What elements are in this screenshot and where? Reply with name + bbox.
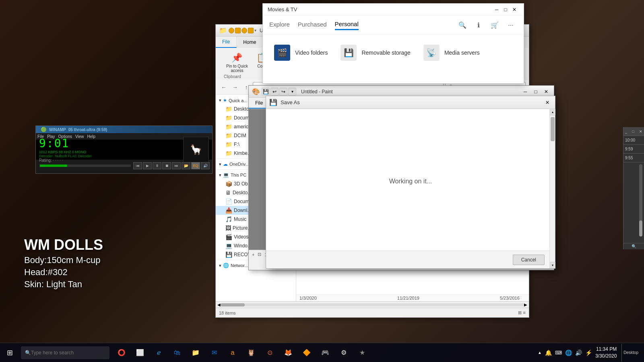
- onedrive-icon: ☁: [223, 161, 228, 167]
- taskbar-extra2-icon[interactable]: ★: [353, 344, 371, 362]
- view-toggle: ⊞ ≡: [518, 310, 526, 315]
- folder-icon: 📄: [225, 198, 232, 205]
- taskbar-volume-icon[interactable]: 🔊: [575, 350, 582, 356]
- movies-tv-window: Movies & TV ─ □ ✕ Explore Purchased Pers…: [262, 3, 524, 84]
- paint-save-quick[interactable]: 💾: [262, 88, 270, 96]
- quick-access-star-icon: ★: [223, 98, 227, 103]
- movies-maximize[interactable]: □: [501, 5, 510, 14]
- taskbar-mail-icon[interactable]: ✉: [205, 344, 223, 362]
- winamp-window: 🟢 WINAMP 05 throat-ultra (9:59) File Pla…: [35, 125, 213, 174]
- cancel-button[interactable]: Cancel: [513, 255, 545, 265]
- taskbar-store-icon[interactable]: 🛍: [168, 344, 186, 362]
- movies-tab-explore[interactable]: Explore: [269, 21, 290, 29]
- taskbar-network-icon[interactable]: 🌐: [565, 350, 572, 356]
- taskbar-extra-icon[interactable]: ⚙: [335, 344, 353, 362]
- list-view-button[interactable]: ≡: [523, 310, 526, 315]
- taskbar-vlc-icon[interactable]: 🔶: [298, 344, 316, 362]
- scroll-right-button[interactable]: ▶: [524, 302, 527, 307]
- ribbon-tab-home[interactable]: Home: [237, 37, 263, 48]
- taskbar-origin-icon[interactable]: ⊙: [261, 344, 279, 362]
- movies-nav: Explore Purchased Personal 🔍 ℹ 🛒 ···: [263, 16, 524, 35]
- taskbar-chevron-icon[interactable]: ▲: [538, 350, 542, 355]
- taskbar-taskview-icon[interactable]: ⬜: [131, 344, 149, 362]
- winamp-btn-eq[interactable]: EQ: [191, 162, 200, 169]
- scrollbar-thumb[interactable]: [551, 117, 555, 141]
- folder-icon: 📁: [225, 150, 232, 156]
- paint-close[interactable]: ✕: [542, 87, 551, 96]
- paint-redo-quick[interactable]: ↪: [279, 88, 287, 96]
- removable-storage-icon: 💾: [341, 45, 357, 61]
- titlebar-arrow: ▾: [254, 28, 256, 33]
- dialog-content: Working on it...: [266, 109, 555, 254]
- grid-view-button[interactable]: ⊞: [518, 310, 522, 315]
- videos-icon: 🎬: [225, 234, 232, 240]
- media-servers-card[interactable]: 📡 Media servers: [420, 41, 483, 64]
- chevron-down-icon: ▾: [219, 173, 221, 178]
- right-scroll-thumb[interactable]: [639, 220, 642, 237]
- pin-to-quick-access-button[interactable]: 📌 Pin to Quickaccess: [224, 51, 250, 74]
- scrollbar-track[interactable]: [221, 303, 524, 306]
- movies-tab-personal[interactable]: Personal: [335, 21, 359, 30]
- paint-plus-icon[interactable]: +: [252, 252, 254, 257]
- network-label: Networ...: [231, 263, 248, 268]
- start-button[interactable]: ⊞: [0, 343, 19, 362]
- movies-close[interactable]: ✕: [510, 5, 519, 14]
- save-as-dialog: 💾 Save As ✕ ▴ ▾ Working on it... Cancel: [266, 96, 555, 269]
- music-icon: 🎵: [225, 216, 232, 222]
- pin-label: Pin to Quickaccess: [226, 64, 248, 73]
- winamp-btn-prev[interactable]: ⏮: [133, 162, 142, 169]
- horizontal-scrollbar[interactable]: ◀ ▶: [216, 301, 529, 308]
- back-button[interactable]: ←: [219, 82, 229, 92]
- scrollbar-thumb[interactable]: [221, 303, 245, 306]
- winamp-btn-open[interactable]: 📂: [182, 162, 190, 169]
- taskbar-edge-icon[interactable]: ℯ: [150, 344, 167, 362]
- taskbar-steam-icon[interactable]: 🎮: [316, 344, 334, 362]
- removable-storage-card[interactable]: 💾 Removable storage: [337, 41, 413, 64]
- forward-button[interactable]: →: [230, 82, 240, 92]
- chevron-right-icon: ▾: [219, 263, 221, 268]
- taskbar-clock[interactable]: 11:34 PM 3/30/2020: [595, 346, 617, 360]
- winamp-btn-stop[interactable]: ⏹: [162, 162, 171, 169]
- winamp-btn-pause[interactable]: ⏸: [153, 162, 161, 169]
- movies-title: Movies & TV: [268, 6, 492, 12]
- ribbon-tab-file[interactable]: File: [216, 37, 237, 48]
- movies-search-button[interactable]: 🔍: [456, 19, 469, 32]
- taskbar-keyboard-icon: ⌨: [555, 350, 562, 356]
- taskbar-explorer-icon[interactable]: 📁: [187, 344, 204, 362]
- show-desktop-button[interactable]: Desktop: [621, 344, 640, 362]
- dialog-save-icon: 💾: [269, 99, 277, 106]
- video-folders-card[interactable]: 🎬 Video folders: [271, 41, 331, 64]
- removable-storage-label: Removable storage: [361, 49, 410, 56]
- winamp-progress-bar[interactable]: [40, 165, 131, 167]
- download-icon: 📥: [225, 207, 232, 214]
- scroll-up-button[interactable]: ▴: [550, 109, 555, 115]
- chevron-down-icon: ▾: [219, 98, 221, 103]
- scroll-left-button[interactable]: ◀: [217, 302, 221, 307]
- movies-tab-purchased[interactable]: Purchased: [298, 21, 327, 29]
- taskbar-amazon-icon[interactable]: a: [224, 344, 242, 362]
- winamp-btn-vol[interactable]: 🔊: [201, 162, 210, 169]
- taskbar-notification-icon[interactable]: 🔔: [545, 350, 552, 356]
- scroll-down-button[interactable]: ▾: [550, 262, 555, 268]
- movies-more-button[interactable]: ···: [504, 19, 517, 32]
- paint-quick-arrow[interactable]: ▾: [288, 88, 296, 96]
- winamp-time-display: 9:01: [39, 137, 92, 150]
- dialog-close-button[interactable]: ✕: [543, 98, 552, 107]
- quick-access-label: Quick a...: [229, 98, 247, 103]
- paint-minimize[interactable]: ─: [521, 87, 530, 96]
- taskbar-search[interactable]: 🔍: [21, 346, 109, 359]
- taskbar-tripadvisor-icon[interactable]: 🦉: [242, 344, 260, 362]
- wm-dolls-line3: Head:#302: [24, 267, 103, 278]
- taskbar-firefox-icon[interactable]: 🦊: [279, 344, 297, 362]
- winamp-btn-next[interactable]: ⏭: [172, 162, 181, 169]
- paint-undo-quick[interactable]: ↩: [270, 88, 279, 96]
- movies-minimize[interactable]: ─: [492, 5, 501, 14]
- movies-store-button[interactable]: 🛒: [488, 19, 501, 32]
- winamp-btn-play[interactable]: ▶: [143, 162, 152, 169]
- folder-icon: 🖥: [225, 189, 231, 196]
- movies-info-button[interactable]: ℹ: [472, 19, 485, 32]
- taskbar-cortana-icon[interactable]: ⭕: [113, 344, 130, 362]
- paint-maximize[interactable]: □: [531, 87, 540, 96]
- taskbar-search-input[interactable]: [31, 350, 99, 356]
- folder-icon: 📁: [225, 132, 232, 139]
